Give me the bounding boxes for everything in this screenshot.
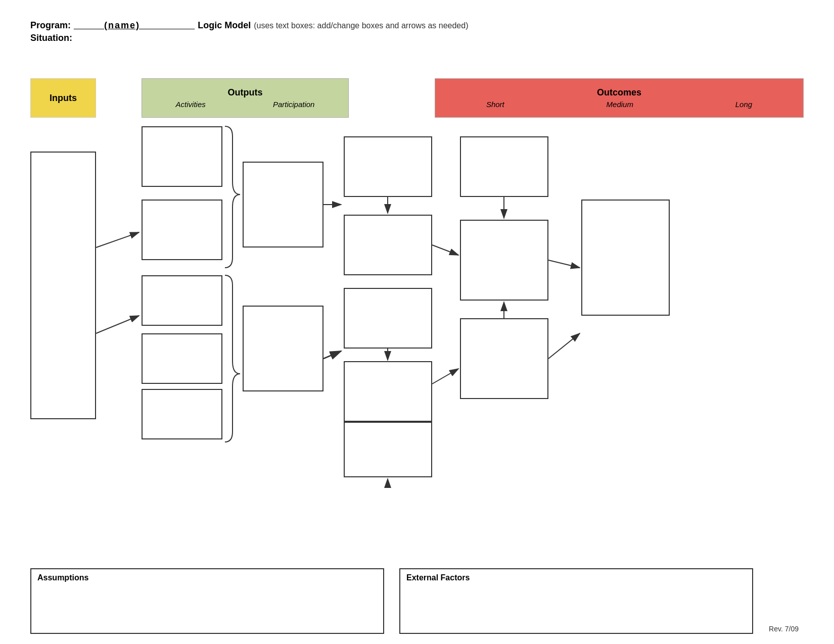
short-outcome-box-4[interactable]: [344, 361, 432, 422]
external-factors-box[interactable]: External Factors: [399, 568, 753, 634]
short-outcome-box-3[interactable]: [344, 288, 432, 349]
assumptions-label: Assumptions: [31, 569, 383, 586]
participation-box-1[interactable]: [243, 162, 323, 247]
activity-box-1[interactable]: [142, 126, 222, 187]
medium-outcome-box-1[interactable]: [460, 136, 548, 197]
external-factors-label: External Factors: [400, 569, 752, 586]
program-label: Program:: [30, 20, 71, 31]
outcomes-header: Outcomes Short Medium Long: [435, 78, 804, 118]
situation-label: Situation:: [30, 33, 804, 43]
activity-box-3[interactable]: [142, 275, 222, 326]
logic-model-label: Logic Model: [198, 20, 251, 31]
program-name: _____(name)_________: [74, 20, 195, 31]
short-outcome-box-2[interactable]: [344, 215, 432, 275]
medium-outcome-box-2[interactable]: [460, 220, 548, 301]
svg-line-1: [96, 232, 139, 247]
short-outcome-box-1[interactable]: [344, 136, 432, 197]
activity-box-4[interactable]: [142, 333, 222, 384]
participation-box-2[interactable]: [243, 306, 323, 391]
svg-line-2: [96, 316, 139, 333]
revision-text: Rev. 7/09: [769, 625, 799, 633]
inputs-box[interactable]: [30, 152, 96, 419]
diagram: [30, 121, 804, 543]
long-outcome-box[interactable]: [581, 200, 670, 316]
svg-line-4: [323, 351, 341, 359]
inputs-header: Inputs: [30, 78, 96, 118]
page: Program: _____(name)_________ Logic Mode…: [0, 0, 834, 644]
short-outcome-box-5[interactable]: [344, 422, 432, 477]
outputs-header: Outputs Activities Participation: [142, 78, 349, 118]
activity-box-5[interactable]: [142, 389, 222, 439]
svg-line-14: [548, 333, 580, 359]
assumptions-box[interactable]: Assumptions: [30, 568, 384, 634]
svg-line-13: [548, 260, 580, 268]
svg-line-9: [432, 245, 458, 255]
svg-line-10: [432, 369, 458, 384]
activity-box-2[interactable]: [142, 200, 222, 260]
column-headers: Inputs Outputs Activities Participation …: [30, 78, 804, 118]
subtitle: (uses text boxes: add/change boxes and a…: [254, 21, 468, 30]
medium-outcome-box-3[interactable]: [460, 318, 548, 399]
header: Program: _____(name)_________ Logic Mode…: [30, 20, 804, 43]
